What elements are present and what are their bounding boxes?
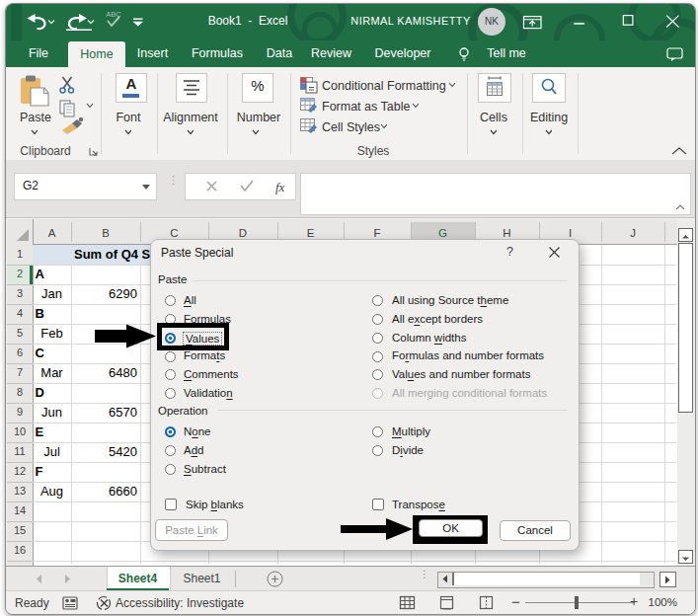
svg-text:fx: fx bbox=[275, 180, 285, 194]
